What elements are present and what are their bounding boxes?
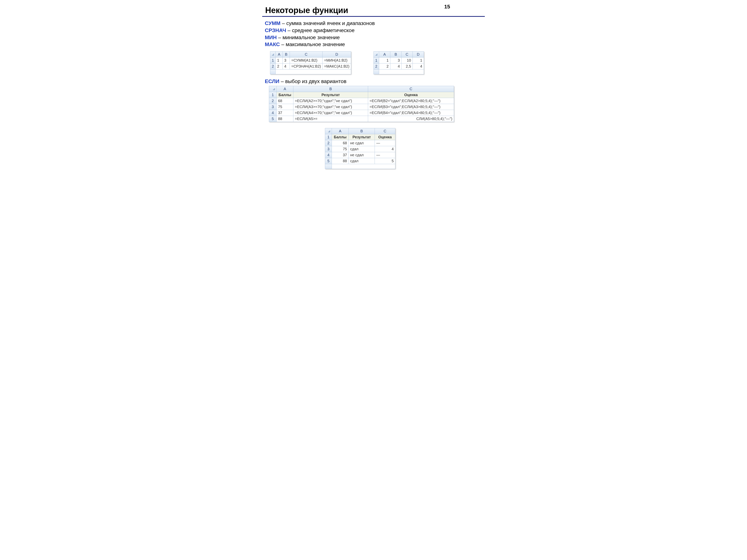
cell[interactable]: =ЕСЛИ(A3>=70;"сдал";"не сдал") bbox=[293, 104, 368, 110]
col-C[interactable]: C bbox=[368, 86, 454, 92]
select-all-corner[interactable] bbox=[374, 52, 379, 57]
cell[interactable]: 4 bbox=[283, 63, 290, 70]
cell[interactable]: =МИН(A1:B2) bbox=[323, 57, 351, 63]
cell[interactable]: 1 bbox=[276, 57, 283, 63]
row-blank[interactable] bbox=[270, 70, 276, 74]
kw-max: МАКС bbox=[265, 42, 280, 47]
kw-sum: СУММ bbox=[265, 20, 281, 26]
col-C[interactable]: C bbox=[290, 52, 323, 57]
col-A[interactable]: A bbox=[332, 128, 349, 134]
table-if-results: A B C 1 Баллы Результат Оценка 2 68 не с… bbox=[325, 128, 395, 169]
cell[interactable]: 2,5 bbox=[401, 63, 413, 70]
col-B[interactable]: B bbox=[293, 86, 368, 92]
cell[interactable]: 4 bbox=[390, 63, 401, 70]
cell[interactable]: 2 bbox=[379, 63, 390, 70]
col-C[interactable]: C bbox=[401, 52, 413, 57]
function-definitions: СУММ – сумма значений ячеек и диапазонов… bbox=[265, 20, 484, 48]
col-A[interactable]: A bbox=[276, 52, 283, 57]
col-A[interactable]: A bbox=[379, 52, 390, 57]
col-C[interactable]: C bbox=[375, 128, 395, 134]
col-A[interactable]: A bbox=[277, 86, 293, 92]
row-2[interactable]: 2 bbox=[269, 98, 277, 104]
cell[interactable]: 2 bbox=[276, 63, 283, 70]
header-cell[interactable]: Баллы bbox=[332, 134, 349, 140]
col-D[interactable]: D bbox=[413, 52, 424, 57]
cell[interactable]: 3 bbox=[283, 57, 290, 63]
row-4[interactable]: 4 bbox=[325, 152, 332, 158]
select-all-corner[interactable] bbox=[325, 128, 332, 134]
cell[interactable]: =ЕСЛИ(A2>=70;"сдал";"не сдал") bbox=[293, 98, 368, 104]
row-2[interactable]: 2 bbox=[374, 63, 379, 70]
cell[interactable]: =МАКС(A1:B2) bbox=[323, 63, 351, 70]
cell[interactable]: не сдал bbox=[349, 140, 375, 146]
row-5[interactable]: 5 bbox=[325, 158, 332, 164]
cell[interactable]: =ЕСЛИ(B4="сдал";ЕСЛИ(A4>80;5;4);"—") bbox=[368, 110, 454, 116]
def-sum: – сумма значений ячеек и диапазонов bbox=[281, 20, 375, 26]
cell[interactable]: 10 bbox=[401, 57, 413, 63]
header-cell[interactable]: Оценка bbox=[368, 92, 454, 98]
cell[interactable]: 3 bbox=[390, 57, 401, 63]
cell[interactable]: =СРЗНАЧ(A1:B2) bbox=[290, 63, 323, 70]
cell[interactable]: 1 bbox=[379, 57, 390, 63]
cell[interactable]: =СУММ(A1:B2) bbox=[290, 57, 323, 63]
row-5[interactable]: 5 bbox=[269, 116, 277, 122]
cell[interactable]: =ЕСЛИ(B2="сдал";ЕСЛИ(A2>80;5;4);"—") bbox=[368, 98, 454, 104]
cell[interactable]: 88 bbox=[277, 116, 293, 122]
cell[interactable]: 4 bbox=[375, 146, 395, 152]
slide: 15 Некоторые функции СУММ – сумма значен… bbox=[254, 0, 493, 179]
header-cell[interactable]: Результат bbox=[349, 134, 375, 140]
cell[interactable]: =ЕСЛИ(A4>=70;"сдал";"не сдал") bbox=[293, 110, 368, 116]
cell[interactable]: не сдал bbox=[349, 152, 375, 158]
row-1[interactable]: 1 bbox=[269, 92, 277, 98]
cell[interactable]: 1 bbox=[413, 57, 424, 63]
col-B[interactable]: B bbox=[349, 128, 375, 134]
kw-min: МИН bbox=[265, 34, 277, 40]
col-B[interactable]: B bbox=[283, 52, 290, 57]
cell[interactable]: 5 bbox=[375, 158, 395, 164]
row-3[interactable]: 3 bbox=[269, 104, 277, 110]
row-blank[interactable] bbox=[374, 70, 379, 74]
kw-avg: СРЗНАЧ bbox=[265, 27, 286, 33]
cell[interactable]: 68 bbox=[332, 140, 349, 146]
cell[interactable]: сдал bbox=[349, 158, 375, 164]
def-if: – выбор из двух вариантов bbox=[279, 78, 346, 84]
cell[interactable]: 37 bbox=[277, 110, 293, 116]
table-if-formulas: A B C 1 Баллы Результат Оценка 2 68 =ЕСЛ… bbox=[269, 86, 454, 122]
row-1[interactable]: 1 bbox=[270, 57, 276, 63]
cell[interactable]: СЛИ(A5>80;5;4);"—") bbox=[368, 116, 454, 122]
row-1[interactable]: 1 bbox=[325, 134, 332, 140]
kw-if: ЕСЛИ bbox=[265, 78, 279, 84]
cell[interactable]: =ЕСЛИ(B3="сдал";ЕСЛИ(A3>80;5;4);"—") bbox=[368, 104, 454, 110]
cell[interactable]: 75 bbox=[277, 104, 293, 110]
page-title: Некоторые функции bbox=[265, 6, 484, 15]
row-1[interactable]: 1 bbox=[374, 57, 379, 63]
if-line: ЕСЛИ – выбор из двух вариантов bbox=[265, 78, 484, 84]
def-min: – минимальное значение bbox=[277, 34, 340, 40]
cell[interactable]: 75 bbox=[332, 146, 349, 152]
cell[interactable]: 4 bbox=[413, 63, 424, 70]
col-B[interactable]: B bbox=[390, 52, 401, 57]
col-D[interactable]: D bbox=[323, 52, 351, 57]
row-blank[interactable] bbox=[325, 164, 332, 169]
header-cell[interactable]: Баллы bbox=[277, 92, 293, 98]
select-all-corner[interactable] bbox=[270, 52, 276, 57]
cell[interactable]: — bbox=[375, 152, 395, 158]
header-cell[interactable]: Оценка bbox=[375, 134, 395, 140]
table-results: A B C D 1 1 3 10 1 2 2 4 2,5 4 bbox=[374, 51, 424, 74]
select-all-corner[interactable] bbox=[269, 86, 277, 92]
cell[interactable]: сдал bbox=[349, 146, 375, 152]
page-number: 15 bbox=[444, 4, 450, 10]
header-cell[interactable]: Результат bbox=[293, 92, 368, 98]
cell[interactable]: =ЕСЛИ(A5>= bbox=[293, 116, 368, 122]
cell[interactable]: — bbox=[375, 140, 395, 146]
row-4[interactable]: 4 bbox=[269, 110, 277, 116]
row-2[interactable]: 2 bbox=[270, 63, 276, 70]
cell[interactable]: 37 bbox=[332, 152, 349, 158]
def-avg: – среднее арифметическое bbox=[286, 27, 355, 33]
row-3[interactable]: 3 bbox=[325, 146, 332, 152]
cell[interactable]: 68 bbox=[277, 98, 293, 104]
table-formulas: A B C D 1 1 3 =СУММ(A1:B2) =МИН(A1:B2) 2… bbox=[270, 51, 351, 74]
def-max: – максимальное значение bbox=[280, 42, 345, 47]
row-2[interactable]: 2 bbox=[325, 140, 332, 146]
cell[interactable]: 88 bbox=[332, 158, 349, 164]
